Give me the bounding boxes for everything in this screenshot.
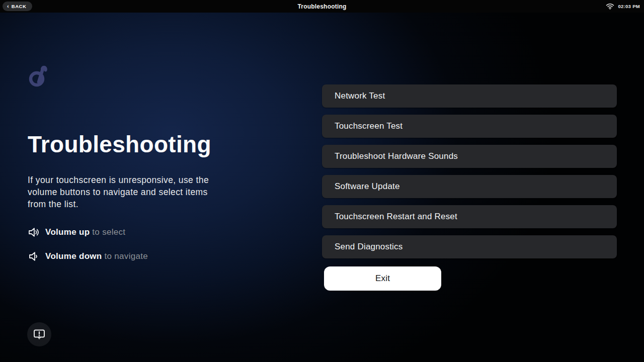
volume-down-hint: Volume downto navigate — [28, 250, 148, 262]
wifi-icon — [606, 3, 614, 10]
main-background: Troubleshooting If your touchscreen is u… — [0, 13, 644, 362]
menu-item-network-test[interactable]: Network Test — [322, 84, 617, 108]
page-title: Troubleshooting — [28, 131, 211, 158]
volume-down-label: Volume down — [45, 251, 102, 261]
menu-item-label: Network Test — [335, 91, 385, 101]
volume-down-hint-text: Volume downto navigate — [45, 251, 148, 261]
volume-up-hint: Volume upto select — [28, 226, 125, 238]
instructions-text: If your touchscreen is unresponsive, use… — [28, 174, 215, 210]
menu-item-software-update[interactable]: Software Update — [322, 175, 617, 198]
volume-down-icon — [28, 250, 40, 262]
menu-item-send-diagnostics[interactable]: Send Diagnostics — [322, 235, 617, 258]
exit-button[interactable]: Exit — [324, 266, 441, 291]
volume-up-label: Volume up — [45, 227, 90, 237]
volume-up-action: to select — [92, 227, 125, 237]
volume-up-icon — [28, 226, 40, 238]
volume-up-hint-text: Volume upto select — [45, 227, 125, 237]
menu-item-label: Software Update — [335, 182, 400, 192]
menu-item-label: Troubleshoot Hardware Sounds — [335, 151, 458, 161]
volume-down-action: to navigate — [105, 251, 148, 261]
menu-item-label: Send Diagnostics — [335, 242, 403, 252]
top-status-bar: ‹ BACK Troubleshooting 02:03 PM — [0, 0, 644, 13]
menu-item-label: Touchscreen Restart and Reset — [335, 212, 457, 222]
peloton-logo — [29, 64, 48, 88]
menu-item-label: Touchscreen Test — [335, 121, 403, 131]
menu-item-troubleshoot-hardware-sounds[interactable]: Troubleshoot Hardware Sounds — [322, 145, 617, 168]
menu-item-touchscreen-restart-reset[interactable]: Touchscreen Restart and Reset — [322, 205, 617, 228]
exit-button-label: Exit — [375, 274, 390, 284]
feedback-button[interactable] — [27, 322, 51, 346]
clock: 02:03 PM — [618, 4, 640, 9]
feedback-bubble-icon — [32, 327, 46, 341]
menu-item-touchscreen-test[interactable]: Touchscreen Test — [322, 115, 617, 138]
status-indicators: 02:03 PM — [606, 0, 640, 13]
screen-title: Troubleshooting — [0, 3, 644, 10]
troubleshooting-menu: Network Test Touchscreen Test Troublesho… — [322, 84, 617, 265]
